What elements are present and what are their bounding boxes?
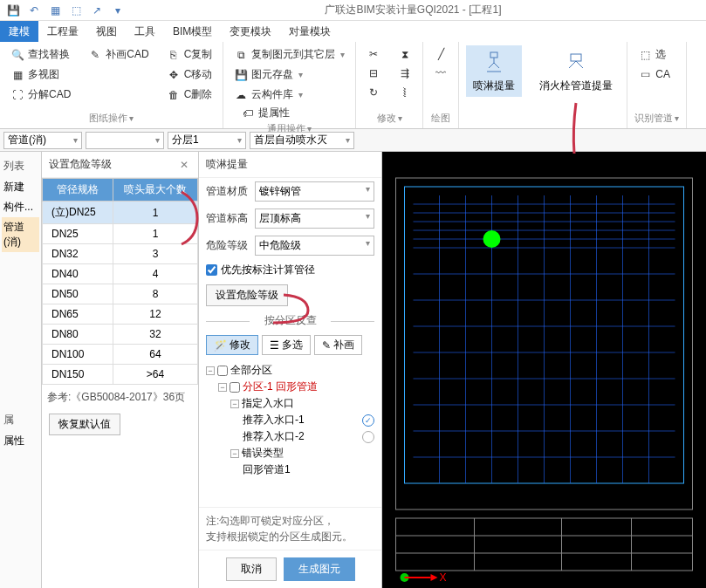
grid-icon[interactable]: ▦ [47,3,63,18]
svg-point-27 [483,230,501,248]
restore-default-button[interactable]: 恢复默认值 [49,414,120,435]
zone1-checkbox[interactable] [230,382,240,393]
empty-selector[interactable] [86,132,164,149]
fill-cad-button[interactable]: ✎补画CAD [85,45,152,64]
element-save-button[interactable]: 💾图元存盘 [230,65,348,84]
table-row[interactable]: DN6512 [43,304,198,325]
cloud-lib-button[interactable]: ☁云构件库 [230,85,348,104]
modify-label[interactable]: 修改 [363,112,415,125]
undo-icon[interactable]: ↶ [26,3,42,18]
multi-icon: ☰ [270,339,279,352]
generate-button[interactable]: 生成图元 [284,557,355,581]
menu-bim[interactable]: BIM模型 [164,21,221,42]
ribbon: 🔍查找替换 ▦多视图 ⛶分解CAD ✎补画CAD ⎘C复制 ✥C移动 🗑C删除 … [0,42,706,129]
hydrant-extract-button[interactable]: 消火栓管道提量 [532,45,620,97]
spray-extract-panel: 喷淋提量 管道材质 镀锌钢管 管道标高 层顶标高 危险等级 中危险级 优先按标注… [199,152,382,588]
main-area: 列表 新建 构件... 管道(消) 属 属性 设置危险等级 ✕ 管径规格 喷头最… [0,152,706,588]
set-risk-button[interactable]: 设置危险等级 [206,284,288,306]
seg-modify-button[interactable]: 🪄修改 [206,335,258,355]
zone-tree: −全部分区 −分区-1 回形管道 −指定入水口 推荐入水口-1✓ 推荐入水口-2… [199,359,381,507]
cancel-button[interactable]: 取消 [226,557,277,581]
cad-viewport[interactable]: X [382,152,706,588]
close-icon[interactable]: ✕ [177,159,191,171]
more-icon[interactable]: ▾ [110,3,126,18]
offset-button[interactable]: ⇶ [394,65,415,82]
menu-change[interactable]: 变更模块 [221,21,280,42]
table-row[interactable]: DN323 [43,244,198,264]
note-text: 注:勾选即可锁定对应分区， 支持根据锁定的分区生成图元。 [199,507,381,550]
pipe-selector[interactable]: 管道(消) [3,132,82,149]
svg-rect-28 [396,518,693,571]
collapse-icon[interactable]: − [206,366,215,375]
rotate-button[interactable]: ↻ [363,84,384,101]
svg-rect-1 [571,54,581,61]
risk-select[interactable]: 中危险级 [255,236,374,256]
table-row[interactable]: DN150>64 [43,365,198,385]
c-delete-button[interactable]: 🗑C删除 [163,85,216,104]
select-button[interactable]: ⬚选 [634,45,679,64]
copy-icon: ⎘ [167,48,181,62]
menu-view[interactable]: 视图 [87,21,126,42]
c-copy-button[interactable]: ⎘C复制 [163,45,216,64]
region-icon[interactable]: ⬚ [68,3,84,18]
attr-item[interactable]: 属性 [2,431,39,451]
menu-tools[interactable]: 工具 [126,21,164,42]
reference-text: 参考:《GB50084-2017》36页 [42,385,198,410]
c-move-button[interactable]: ✥C移动 [163,65,216,84]
new-item[interactable]: 新建 [2,177,39,197]
zone-section-title: 按分区反查 [199,310,381,332]
trim-button[interactable]: ✂ [363,45,384,63]
seg-multi-button[interactable]: ☰多选 [262,335,311,355]
table-row[interactable]: DN508 [43,284,198,304]
line-button[interactable]: ╱ [430,45,451,63]
collapse-icon[interactable]: − [218,383,227,392]
menu-compare[interactable]: 对量模块 [280,21,339,42]
ribbon-group-modify: ✂ ⊟ ↻ ⧗ ⇶ ⦚ 修改 [356,42,423,128]
pipe-item[interactable]: 管道(消) [2,217,39,252]
table-row[interactable]: DN8032 [43,325,198,345]
layer-selector[interactable]: 分层1 [168,132,246,149]
selector-bar: 管道(消) 分层1 首层自动喷水灭 [0,129,706,152]
table-row[interactable]: DN251 [43,224,198,244]
rotate-icon: ↻ [367,85,380,99]
find-replace-button[interactable]: 🔍查找替换 [7,45,74,64]
tag-icon: 🏷 [241,106,255,120]
all-zones-checkbox[interactable] [217,366,228,376]
ribbon-group-drawing: 🔍查找替换 ▦多视图 ⛶分解CAD ✎补画CAD ⎘C复制 ✥C移动 🗑C删除 … [0,42,223,128]
collapse-icon[interactable]: − [230,400,239,408]
multi-view-button[interactable]: ▦多视图 [7,65,74,84]
auto-selector[interactable]: 首层自动喷水灭 [250,132,354,149]
split-cad-button[interactable]: ⛶分解CAD [7,85,74,104]
sprinkler-icon [480,49,508,77]
elevation-select[interactable]: 层顶标高 [255,209,374,229]
export-icon[interactable]: ↗ [89,3,105,18]
component-item[interactable]: 构件... [2,197,39,217]
align-icon: ⊟ [367,66,380,80]
priority-checkbox[interactable] [206,264,217,276]
table-row[interactable]: (立)DN251 [43,202,198,224]
spray-extract-button[interactable]: 喷淋提量 [466,45,522,97]
set-attr-button[interactable]: 🏷提属性 [237,104,348,122]
ribbon-group-draw: ╱ 〰 绘图 [423,42,459,128]
scissors-icon: ✂ [367,47,380,61]
drawing-ops-label[interactable]: 图纸操作 [7,112,216,125]
polyline-button[interactable]: 〰 [430,65,451,82]
identify-pipe-label[interactable]: 识别管道 [634,112,679,125]
copy-to-layer-button[interactable]: ⧉复制图元到其它层 [230,45,348,64]
cad-button[interactable]: ▭CA [634,65,679,83]
align-button[interactable]: ⊟ [363,65,384,82]
seg-fill-button[interactable]: ✎补画 [314,335,362,355]
menu-model[interactable]: 建模 [0,21,38,42]
mirror-button[interactable]: ⧗ [394,45,415,63]
material-select[interactable]: 镀锌钢管 [255,181,374,202]
table-row[interactable]: DN10064 [43,345,198,365]
table-row[interactable]: DN404 [43,264,198,284]
split-icon: ⛶ [10,88,24,102]
search-icon: 🔍 [10,48,24,62]
break-button[interactable]: ⦚ [394,84,415,101]
multiview-icon: ▦ [10,68,24,82]
menu-quantity[interactable]: 工程量 [38,21,87,42]
offset-icon: ⇶ [398,66,412,80]
collapse-icon[interactable]: − [230,449,239,458]
save-icon[interactable]: 💾 [5,3,21,18]
